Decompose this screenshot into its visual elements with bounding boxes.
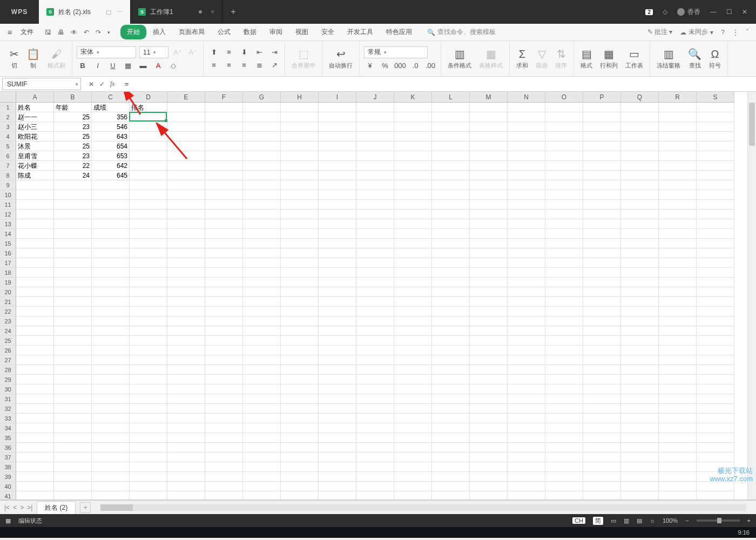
- cell[interactable]: [356, 210, 394, 219]
- cell[interactable]: [394, 375, 432, 384]
- cell[interactable]: [205, 307, 243, 316]
- row-header[interactable]: 37: [0, 453, 16, 462]
- cell[interactable]: [130, 375, 167, 384]
- cell[interactable]: [281, 336, 319, 346]
- cell[interactable]: [508, 404, 545, 414]
- notification-badge[interactable]: 2: [645, 9, 653, 15]
- cell[interactable]: [319, 268, 356, 278]
- cell[interactable]: [697, 229, 734, 239]
- cell[interactable]: [545, 297, 583, 307]
- cell[interactable]: [583, 278, 621, 287]
- cell[interactable]: [205, 278, 243, 287]
- cell[interactable]: [281, 268, 319, 278]
- cell[interactable]: [356, 161, 394, 171]
- cell[interactable]: [394, 443, 432, 453]
- cell[interactable]: [16, 297, 54, 307]
- cell[interactable]: [583, 248, 621, 258]
- cell[interactable]: 陈成: [16, 171, 54, 180]
- undo-icon[interactable]: ↶: [82, 28, 91, 37]
- cell[interactable]: [92, 190, 130, 200]
- cell[interactable]: [92, 491, 130, 500]
- cell[interactable]: [16, 355, 54, 365]
- cell[interactable]: [167, 443, 205, 453]
- row-header[interactable]: 35: [0, 433, 16, 443]
- cell[interactable]: [356, 355, 394, 365]
- font-name-select[interactable]: 宋体▾: [77, 46, 136, 58]
- cell[interactable]: [432, 258, 470, 268]
- cell[interactable]: [319, 141, 356, 151]
- cut-button[interactable]: ✂切: [8, 46, 21, 71]
- cell[interactable]: [130, 443, 167, 453]
- column-headers[interactable]: ABCDEFGHIJKLMNOPQRS: [16, 92, 734, 103]
- document-tab-active[interactable]: S 姓名 (2).xls ▢ ⋯: [39, 0, 131, 24]
- cell[interactable]: [583, 355, 621, 365]
- cell[interactable]: [697, 151, 734, 161]
- cell[interactable]: [167, 384, 205, 394]
- cell[interactable]: [92, 336, 130, 346]
- italic-icon[interactable]: I: [92, 60, 104, 71]
- cell[interactable]: [243, 151, 281, 161]
- cell[interactable]: [470, 200, 508, 210]
- cell[interactable]: [319, 316, 356, 326]
- cell[interactable]: [205, 365, 243, 375]
- redo-icon[interactable]: ↷: [94, 28, 103, 37]
- col-header[interactable]: J: [356, 92, 394, 103]
- cell[interactable]: [432, 384, 470, 394]
- cell[interactable]: [16, 200, 54, 210]
- cell[interactable]: [697, 336, 734, 346]
- cell[interactable]: [356, 453, 394, 462]
- minimize-button[interactable]: —: [710, 8, 717, 16]
- col-header[interactable]: O: [545, 92, 583, 103]
- cancel-formula-icon[interactable]: ✕: [89, 80, 94, 88]
- cell[interactable]: [659, 161, 697, 171]
- cell[interactable]: [583, 112, 621, 122]
- cell[interactable]: [130, 472, 167, 482]
- cell[interactable]: 25: [54, 132, 92, 141]
- cell[interactable]: [130, 462, 167, 472]
- cell[interactable]: [92, 384, 130, 394]
- cell[interactable]: [281, 287, 319, 297]
- cell[interactable]: [243, 482, 281, 491]
- cell[interactable]: [16, 326, 54, 336]
- number-format-select[interactable]: 常规▾: [364, 46, 428, 58]
- cell[interactable]: [697, 210, 734, 219]
- cell[interactable]: [167, 210, 205, 219]
- cell[interactable]: [92, 462, 130, 472]
- cell[interactable]: [583, 346, 621, 355]
- cell[interactable]: [356, 287, 394, 297]
- cell[interactable]: [621, 268, 659, 278]
- cell[interactable]: 23: [54, 122, 92, 132]
- cell[interactable]: [659, 210, 697, 219]
- cell[interactable]: [394, 239, 432, 248]
- cell[interactable]: [697, 404, 734, 414]
- cell[interactable]: [394, 307, 432, 316]
- row-header[interactable]: 31: [0, 394, 16, 404]
- cell[interactable]: [356, 171, 394, 180]
- cell[interactable]: [697, 355, 734, 365]
- col-header[interactable]: H: [281, 92, 319, 103]
- cell[interactable]: [319, 248, 356, 258]
- cell[interactable]: [470, 229, 508, 239]
- cell[interactable]: [281, 258, 319, 268]
- cell[interactable]: [394, 229, 432, 239]
- cell[interactable]: [621, 112, 659, 122]
- cell[interactable]: [545, 433, 583, 443]
- cell[interactable]: [470, 210, 508, 219]
- align-center-icon[interactable]: ≡: [223, 60, 235, 71]
- ime-language[interactable]: CH: [572, 517, 585, 524]
- cell[interactable]: [243, 200, 281, 210]
- cell[interactable]: [697, 472, 734, 482]
- cell[interactable]: [621, 433, 659, 443]
- cell[interactable]: [54, 239, 92, 248]
- cell[interactable]: [130, 326, 167, 336]
- cell[interactable]: [545, 171, 583, 180]
- cell[interactable]: [621, 404, 659, 414]
- cell[interactable]: [92, 433, 130, 443]
- collapse-ribbon-icon[interactable]: ˆ: [746, 29, 748, 36]
- cell[interactable]: [243, 141, 281, 151]
- cell[interactable]: [659, 151, 697, 161]
- cell[interactable]: [621, 278, 659, 287]
- cell[interactable]: [508, 355, 545, 365]
- cell[interactable]: [470, 180, 508, 190]
- cell[interactable]: [508, 229, 545, 239]
